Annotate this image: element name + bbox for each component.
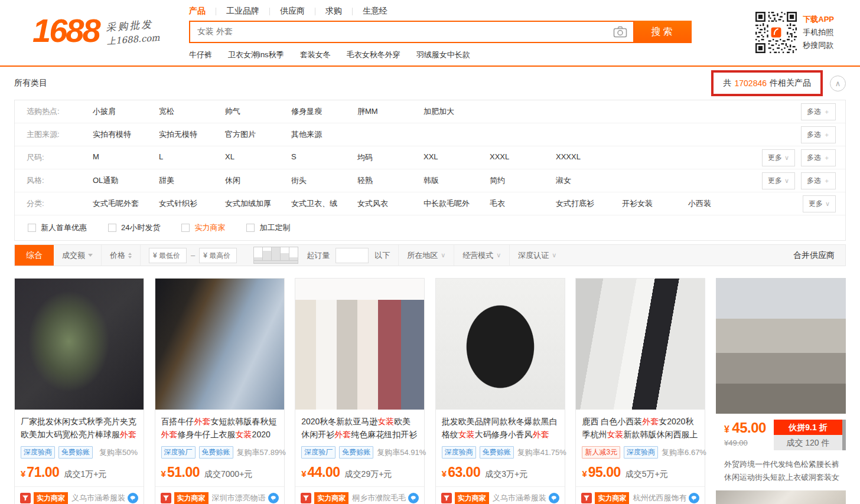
multi-select-button[interactable]: 多选＋ — [801, 149, 836, 166]
max-price-input[interactable] — [199, 248, 237, 263]
multi-select-button[interactable]: 多选＋ — [801, 103, 836, 120]
filter-option[interactable]: 女式毛呢外套 — [93, 198, 159, 209]
product-image[interactable] — [716, 278, 846, 414]
multi-select-button[interactable]: 多选＋ — [801, 172, 836, 189]
wangwang-chat-icon[interactable] — [689, 493, 699, 503]
seller-name[interactable]: 桐乡市濮院毛毛雨... — [352, 493, 406, 503]
checkbox-strength-supplier[interactable]: 实力商家 — [181, 222, 225, 233]
price-histogram-slider[interactable] — [253, 247, 298, 264]
filter-option[interactable]: 小披肩 — [93, 106, 159, 117]
min-price-input[interactable] — [149, 248, 187, 263]
wangwang-chat-icon[interactable] — [549, 493, 559, 503]
filter-option[interactable]: 休闲 — [225, 175, 291, 186]
sort-comprehensive[interactable]: 综合 — [15, 245, 54, 266]
seller-name[interactable]: 杭州优西服饰有限... — [633, 493, 686, 503]
collapse-filters-button[interactable]: ∧ — [830, 76, 846, 91]
nav-tab-products[interactable]: 产品 — [189, 6, 206, 17]
hot-keyword[interactable]: 牛仔裤 — [189, 50, 212, 60]
wangwang-chat-icon[interactable] — [408, 493, 419, 503]
filter-option[interactable]: 实拍有模特 — [93, 129, 159, 140]
hot-keyword[interactable]: 卫衣女潮ins秋季 — [228, 50, 284, 60]
search-input[interactable] — [190, 27, 607, 37]
filter-option[interactable]: 女式针织衫 — [159, 198, 225, 209]
checkbox-icon[interactable] — [181, 224, 190, 232]
hot-keyword[interactable]: 羽绒服女中长款 — [416, 50, 470, 60]
filter-option[interactable]: XL — [225, 152, 291, 163]
filter-option[interactable]: S — [291, 152, 357, 163]
filter-option[interactable]: 宽松 — [159, 106, 225, 117]
product-image[interactable] — [15, 279, 144, 410]
seller-name[interactable]: 义乌市涵希服装厂 — [493, 493, 546, 503]
region-dropdown[interactable]: 所在地区 ∨ — [399, 250, 454, 261]
moq-input[interactable] — [335, 248, 369, 263]
deep-cert-dropdown[interactable]: 深度认证 ∨ — [510, 250, 565, 261]
filter-option[interactable]: 毛衣 — [490, 198, 556, 209]
nav-tab-business[interactable]: 生意经 — [363, 6, 387, 17]
search-button[interactable]: 搜索 — [634, 21, 692, 43]
download-app-label[interactable]: 下载APP — [803, 13, 834, 26]
filter-option[interactable]: 修身显瘦 — [291, 106, 357, 117]
filter-option[interactable]: 其他来源 — [291, 129, 357, 140]
filter-option[interactable]: 街头 — [291, 175, 357, 186]
multi-select-button[interactable]: 多选＋ — [801, 126, 836, 143]
checkbox-icon[interactable] — [28, 224, 36, 232]
filter-option[interactable]: 女式加绒加厚 — [225, 198, 291, 209]
checkbox-icon[interactable] — [246, 224, 255, 232]
filter-option[interactable]: L — [159, 152, 225, 163]
all-categories-link[interactable]: 所有类目 — [14, 78, 47, 89]
product-title[interactable]: 批发欧美品牌同款秋冬爆款黑白格纹女装大码修身小香风外套 — [442, 415, 559, 441]
filter-option[interactable]: 女式风衣 — [357, 198, 424, 209]
filter-option[interactable]: 韩版 — [424, 175, 490, 186]
nav-tab-suppliers[interactable]: 供应商 — [280, 6, 305, 17]
checkbox-custom-processing[interactable]: 加工定制 — [246, 222, 290, 233]
filter-option[interactable]: 女式打底衫 — [556, 198, 622, 209]
product-title[interactable]: 厂家批发休闲女式秋季亮片夹克欧美加大码宽松亮片棒球服外套女装 — [21, 415, 138, 441]
filter-option[interactable]: 甜美 — [159, 175, 225, 186]
product-image[interactable] — [436, 279, 565, 410]
filter-option[interactable]: 均码 — [357, 152, 424, 163]
filter-option[interactable]: 胖MM — [357, 106, 424, 117]
filter-option[interactable]: M — [93, 152, 159, 163]
filter-option[interactable]: XXL — [424, 152, 490, 163]
filter-option[interactable]: 简约 — [490, 175, 556, 186]
product-title[interactable]: 2020秋冬新款亚马逊女装欧美休闲开衫外套纯色麻花纽扣开衫毛衣 — [301, 415, 418, 441]
sort-by-volume[interactable]: 成交额 — [54, 250, 101, 261]
filter-option[interactable]: OL通勤 — [93, 175, 159, 186]
product-title[interactable]: 百搭牛仔外套女短款韩版春秋短外套修身牛仔上衣服女装2020新款潮 — [161, 415, 278, 441]
checkbox-new-user-discount[interactable]: 新人首单优惠 — [28, 222, 87, 233]
filter-option[interactable]: XXXL — [490, 152, 556, 163]
filter-option[interactable]: 中长款毛呢外 — [424, 198, 490, 209]
product-image[interactable] — [576, 279, 705, 410]
product-image[interactable] — [295, 279, 424, 410]
seller-name[interactable]: 义乌市涵希服装厂 — [71, 493, 125, 503]
checkbox-icon[interactable] — [108, 224, 116, 232]
product-title[interactable]: 鹿西 白色小西装外套女2020秋季杭州女装新款韩版休闲西服上衣952 — [582, 415, 699, 441]
filter-option[interactable]: 加肥加大 — [424, 106, 490, 117]
product-title[interactable]: 外贸跨境一件代发纯色松紧腰长裤休闲运动街头短款上衣破洞套装女 — [716, 450, 846, 484]
filter-option[interactable]: 实拍无模特 — [159, 129, 225, 140]
nav-tab-industrial-brands[interactable]: 工业品牌 — [226, 6, 259, 17]
filter-option[interactable]: 帅气 — [225, 106, 291, 117]
filter-option[interactable]: 小西装 — [688, 198, 754, 209]
more-button[interactable]: 更多∨ — [762, 172, 795, 189]
hot-keyword[interactable]: 套装女冬 — [300, 50, 331, 60]
merge-suppliers-toggle[interactable]: 合并供应商 — [793, 250, 845, 261]
checkbox-24h-shipping[interactable]: 24小时发货 — [108, 222, 160, 233]
sort-by-price[interactable]: 价格 — [102, 250, 140, 261]
filter-option[interactable]: 轻熟 — [357, 175, 424, 186]
wangwang-chat-icon[interactable] — [128, 493, 138, 503]
product-image[interactable] — [155, 279, 284, 410]
more-button[interactable]: 更多∨ — [803, 195, 836, 212]
site-logo[interactable]: 1688 采购批发 上1688.com — [32, 14, 159, 47]
filter-option[interactable]: 淑女 — [556, 175, 622, 186]
wangwang-chat-icon[interactable] — [268, 493, 279, 503]
filter-option[interactable]: XXXXL — [556, 152, 622, 163]
nav-tab-buy-requests[interactable]: 求购 — [325, 6, 342, 17]
filter-option[interactable]: 女式卫衣、绒 — [291, 198, 357, 209]
filter-option[interactable]: 开衫女装 — [622, 198, 688, 209]
product-image[interactable] — [716, 490, 846, 504]
seller-name[interactable]: 深圳市漂亮物语贸... — [212, 493, 266, 503]
image-search-button[interactable] — [607, 22, 633, 42]
business-mode-dropdown[interactable]: 经营模式 ∨ — [454, 250, 509, 261]
filter-option[interactable]: 官方图片 — [225, 129, 291, 140]
